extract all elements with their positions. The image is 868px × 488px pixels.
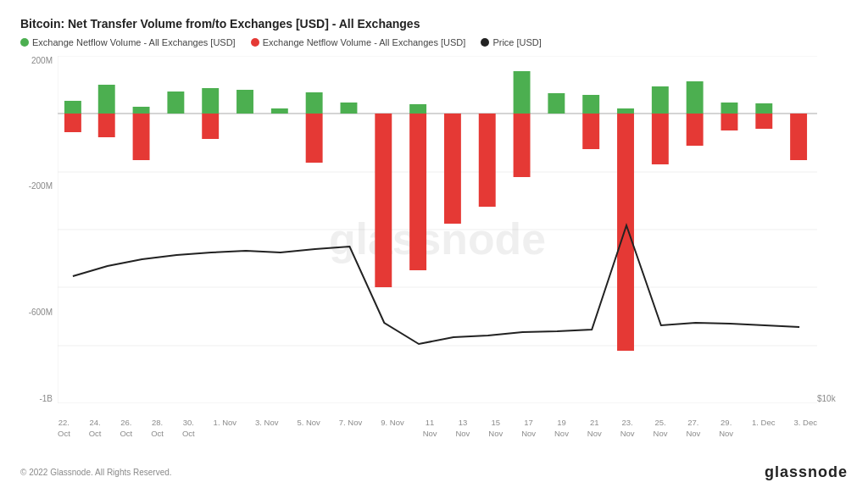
bar-1nov-green [236, 90, 253, 114]
bar-17nov-red [514, 114, 531, 177]
bar-17nov-green [514, 71, 531, 114]
legend-item-green: Exchange Netflow Volume - All Exchanges … [20, 37, 236, 47]
x-label-1dec: 1. Dec [752, 418, 775, 439]
y-label-200m: 200M [20, 56, 58, 65]
legend-label-green: Exchange Netflow Volume - All Exchanges … [32, 37, 236, 47]
bar-24oct-red [98, 114, 115, 137]
chart-title: Bitcoin: Net Transfer Volume from/to Exc… [20, 17, 848, 30]
bar-28oct-green [167, 92, 184, 114]
x-label-5nov: 5. Nov [297, 418, 320, 439]
bar-25nov-green [652, 86, 669, 114]
x-label-9nov: 9. Nov [381, 418, 403, 439]
x-label-30oct: 30.Oct [182, 418, 195, 439]
bar-22oct-green [64, 101, 81, 114]
bar-13nov-red [444, 114, 461, 224]
bar-21nov-red [582, 114, 599, 149]
main-container: Bitcoin: Net Transfer Volume from/to Exc… [0, 0, 868, 488]
x-label-17nov: 17Nov [521, 418, 536, 439]
x-label-27nov: 27.Nov [686, 418, 700, 439]
x-label-24oct: 24.Oct [89, 418, 102, 439]
bar-26oct-red [133, 114, 150, 160]
legend-dot-green [20, 38, 29, 47]
x-label-3dec: 3. Dec [793, 418, 816, 439]
y-label-neg600m: -600M [20, 308, 58, 317]
bar-5nov-red [306, 114, 323, 163]
legend-item-price: Price [USD] [481, 37, 541, 47]
bar-1dec-green [755, 103, 772, 114]
bar-11nov-green [409, 104, 426, 114]
x-label-11nov: 11Nov [423, 418, 437, 439]
x-axis: 22.Oct 24.Oct 26.Oct 28.Oct 30.Oct 1. No… [58, 418, 817, 439]
bar-9nov-red [375, 114, 392, 287]
bar-7nov-green [341, 103, 358, 114]
bar-21nov-green [582, 95, 599, 114]
bar-11nov-red [409, 114, 426, 270]
bar-3nov-green [271, 108, 288, 114]
y-axis-right: $10k [817, 56, 844, 403]
bar-23nov-green [617, 108, 634, 114]
watermark: glassnode [329, 214, 546, 263]
bar-29nov-red [721, 114, 738, 130]
x-label-3nov: 3. Nov [255, 418, 278, 439]
bar-19nov-green [548, 93, 565, 114]
bar-22oct-red [64, 114, 81, 132]
legend-label-red: Exchange Netflow Volume - All Exchanges … [263, 37, 466, 47]
bar-15nov-red [479, 114, 496, 207]
bar-25nov-red [652, 114, 669, 164]
legend-dot-red [251, 38, 259, 47]
bar-3dec-red [790, 114, 807, 160]
x-label-25nov: 25.Nov [654, 418, 668, 439]
legend-item-red: Exchange Netflow Volume - All Exchanges … [251, 37, 466, 47]
legend-dot-price [481, 38, 489, 47]
chart-legend: Exchange Netflow Volume - All Exchanges … [20, 37, 848, 47]
footer: © 2022 Glassnode. All Rights Reserved. g… [20, 463, 848, 481]
bar-23nov-red [617, 114, 634, 351]
x-label-22oct: 22.Oct [58, 418, 70, 439]
bar-27nov-green [687, 81, 704, 114]
chart-svg: glassnode [58, 56, 817, 403]
bar-26oct-green [133, 107, 150, 114]
footer-brand: glassnode [765, 463, 848, 481]
bar-27nov-red [687, 114, 704, 146]
bar-29nov-green [721, 103, 738, 114]
bar-24oct-green [98, 85, 115, 114]
y-label-right-10k: $10k [817, 394, 844, 403]
y-label-neg200m: -200M [20, 181, 58, 191]
x-label-26oct: 26.Oct [120, 418, 132, 439]
legend-label-price: Price [USD] [492, 37, 541, 47]
x-label-23nov: 23.Nov [620, 418, 635, 439]
y-label-neg1b: -1B [20, 394, 58, 403]
bar-5nov-green [306, 92, 323, 114]
bar-30oct-red [202, 114, 219, 139]
bar-30oct-green [202, 88, 219, 114]
x-label-7nov: 7. Nov [339, 418, 362, 439]
x-label-1nov: 1. Nov [214, 418, 236, 439]
bar-1dec-red [755, 114, 772, 129]
x-label-28oct: 28.Oct [151, 418, 164, 439]
x-label-29nov: 29.Nov [719, 418, 733, 439]
x-label-19nov: 19Nov [554, 418, 569, 439]
x-label-15nov: 15Nov [488, 418, 503, 439]
footer-copyright: © 2022 Glassnode. All Rights Reserved. [20, 468, 172, 477]
y-axis-left: 200M -200M -600M -1B [20, 56, 58, 403]
x-label-21nov: 21Nov [587, 418, 602, 439]
x-label-13nov: 13Nov [455, 418, 470, 439]
